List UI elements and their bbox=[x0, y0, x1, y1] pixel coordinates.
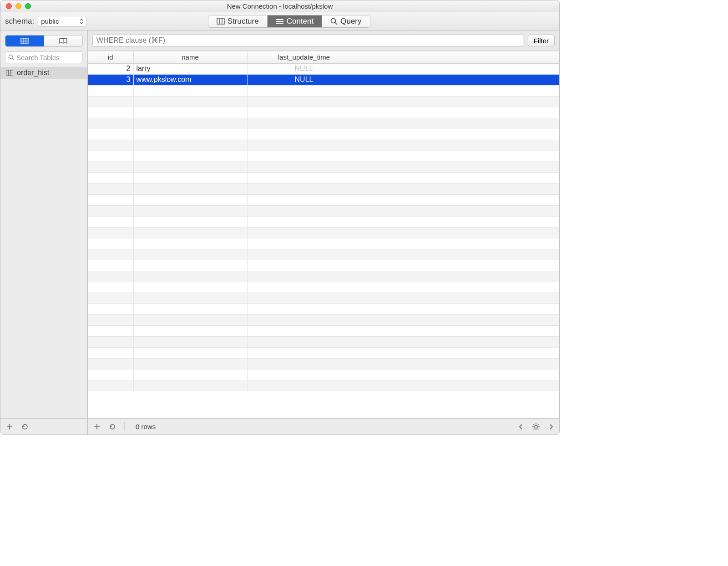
cell-id[interactable] bbox=[88, 347, 133, 358]
cell-id[interactable] bbox=[88, 271, 133, 282]
cell-last-update-time[interactable] bbox=[247, 369, 361, 380]
cell-name[interactable]: larry bbox=[133, 63, 247, 74]
cell-name[interactable] bbox=[133, 129, 247, 140]
cell-id[interactable] bbox=[88, 380, 133, 391]
cell-name[interactable] bbox=[133, 194, 247, 205]
cell-id[interactable] bbox=[88, 358, 133, 369]
cell-name[interactable] bbox=[133, 227, 247, 238]
cell-last-update-time[interactable] bbox=[247, 216, 361, 227]
table-row[interactable] bbox=[88, 162, 559, 172]
refresh-tables-button[interactable] bbox=[21, 423, 29, 430]
tab-query[interactable]: Query bbox=[322, 15, 369, 27]
cell-id[interactable] bbox=[88, 96, 133, 107]
cell-last-update-time[interactable] bbox=[247, 183, 361, 194]
table-row[interactable]: 2larryNULL bbox=[88, 63, 559, 74]
column-header-last-update-time[interactable]: last_update_time bbox=[247, 51, 361, 63]
cell-name[interactable] bbox=[133, 85, 247, 96]
cell-name[interactable] bbox=[133, 118, 247, 129]
cell-last-update-time[interactable] bbox=[247, 172, 361, 183]
cell-name[interactable]: www.pkslow.com bbox=[133, 74, 247, 85]
cell-last-update-time[interactable] bbox=[247, 205, 361, 216]
sidebar-grid-view-button[interactable] bbox=[5, 35, 44, 46]
table-row[interactable] bbox=[88, 151, 559, 162]
table-row[interactable] bbox=[88, 183, 559, 194]
table-row[interactable] bbox=[88, 205, 559, 216]
table-row[interactable] bbox=[88, 358, 559, 369]
cell-id[interactable] bbox=[88, 325, 133, 336]
cell-name[interactable] bbox=[133, 347, 247, 358]
cell-id[interactable] bbox=[88, 118, 133, 129]
table-row[interactable] bbox=[88, 216, 559, 227]
cell-name[interactable] bbox=[133, 293, 247, 303]
cell-id[interactable] bbox=[88, 227, 133, 238]
cell-last-update-time[interactable]: NULL bbox=[247, 74, 361, 85]
cell-name[interactable] bbox=[133, 205, 247, 216]
cell-last-update-time[interactable] bbox=[247, 260, 361, 271]
cell-name[interactable] bbox=[133, 172, 247, 183]
cell-name[interactable] bbox=[133, 260, 247, 271]
cell-last-update-time[interactable] bbox=[247, 249, 361, 260]
cell-id[interactable]: 2 bbox=[88, 63, 133, 74]
cell-last-update-time[interactable] bbox=[247, 293, 361, 303]
cell-name[interactable] bbox=[133, 96, 247, 107]
table-item-order-hist[interactable]: order_hist bbox=[0, 67, 87, 79]
cell-last-update-time[interactable] bbox=[247, 129, 361, 140]
cell-last-update-time[interactable] bbox=[247, 194, 361, 205]
table-row[interactable] bbox=[88, 369, 559, 380]
cell-last-update-time[interactable] bbox=[247, 358, 361, 369]
cell-id[interactable] bbox=[88, 282, 133, 293]
table-row[interactable] bbox=[88, 227, 559, 238]
table-row[interactable] bbox=[88, 314, 559, 325]
table-row[interactable] bbox=[88, 260, 559, 271]
cell-id[interactable] bbox=[88, 314, 133, 325]
cell-id[interactable] bbox=[88, 205, 133, 216]
cell-name[interactable] bbox=[133, 314, 247, 325]
cell-name[interactable] bbox=[133, 140, 247, 151]
cell-id[interactable] bbox=[88, 260, 133, 271]
cell-name[interactable] bbox=[133, 271, 247, 282]
cell-name[interactable] bbox=[133, 183, 247, 194]
cell-name[interactable] bbox=[133, 282, 247, 293]
cell-id[interactable] bbox=[88, 162, 133, 172]
cell-last-update-time[interactable] bbox=[247, 325, 361, 336]
column-header-id[interactable]: id bbox=[88, 51, 133, 63]
cell-name[interactable] bbox=[133, 369, 247, 380]
cell-name[interactable] bbox=[133, 249, 247, 260]
where-clause-input[interactable] bbox=[92, 34, 523, 47]
cell-id[interactable] bbox=[88, 216, 133, 227]
filter-button[interactable]: Filter bbox=[528, 35, 555, 46]
table-row[interactable] bbox=[88, 96, 559, 107]
cell-id[interactable] bbox=[88, 369, 133, 380]
table-row[interactable] bbox=[88, 118, 559, 129]
cell-last-update-time[interactable] bbox=[247, 303, 361, 314]
table-row[interactable] bbox=[88, 129, 559, 140]
column-header-name[interactable]: name bbox=[133, 51, 247, 63]
cell-id[interactable] bbox=[88, 183, 133, 194]
tab-content[interactable]: Content bbox=[268, 15, 323, 27]
cell-last-update-time[interactable] bbox=[247, 85, 361, 96]
schema-select[interactable]: public bbox=[38, 16, 87, 27]
refresh-rows-button[interactable] bbox=[109, 423, 116, 430]
table-row[interactable] bbox=[88, 172, 559, 183]
cell-id[interactable] bbox=[88, 238, 133, 249]
prev-page-button[interactable] bbox=[518, 424, 524, 430]
cell-last-update-time[interactable] bbox=[247, 238, 361, 249]
table-row[interactable] bbox=[88, 85, 559, 96]
cell-id[interactable] bbox=[88, 151, 133, 162]
cell-id[interactable] bbox=[88, 107, 133, 118]
table-row[interactable] bbox=[88, 238, 559, 249]
cell-id[interactable] bbox=[88, 336, 133, 347]
cell-last-update-time[interactable] bbox=[247, 347, 361, 358]
settings-button[interactable] bbox=[532, 423, 540, 431]
add-table-button[interactable] bbox=[6, 423, 13, 430]
cell-last-update-time[interactable] bbox=[247, 140, 361, 151]
cell-id[interactable] bbox=[88, 293, 133, 303]
cell-id[interactable] bbox=[88, 129, 133, 140]
data-grid[interactable]: id name last_update_time 2larryNULL3www.… bbox=[88, 51, 559, 418]
cell-id[interactable] bbox=[88, 303, 133, 314]
cell-last-update-time[interactable] bbox=[247, 282, 361, 293]
cell-last-update-time[interactable] bbox=[247, 162, 361, 172]
cell-last-update-time[interactable] bbox=[247, 107, 361, 118]
cell-name[interactable] bbox=[133, 380, 247, 391]
table-row[interactable] bbox=[88, 347, 559, 358]
